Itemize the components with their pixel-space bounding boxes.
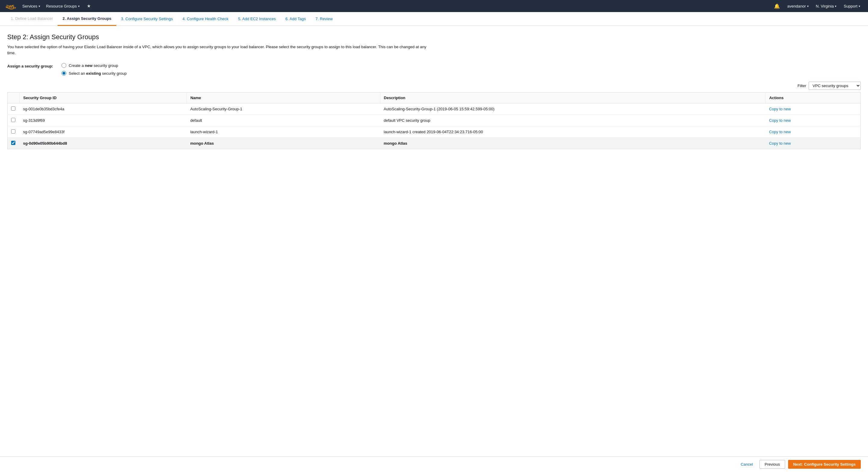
support-chevron-icon: ▾ — [859, 4, 860, 8]
row4-copy-button[interactable]: Copy to new — [769, 141, 791, 146]
cancel-button[interactable]: Cancel — [737, 460, 756, 468]
row1-checkbox-cell[interactable] — [7, 103, 20, 115]
row1-id: sg-001de0b35bd3cfe4a — [20, 103, 187, 115]
assign-security-group-form: Assign a security group: Create a new se… — [7, 63, 861, 76]
row3-id: sg-07749ad5e99e8433f — [20, 126, 187, 138]
row2-copy-button[interactable]: Copy to new — [769, 118, 791, 123]
tab-configure-health-check[interactable]: 4. Configure Health Check — [178, 12, 233, 26]
col-description: Description — [380, 93, 766, 103]
main-content: Step 2: Assign Security Groups You have … — [0, 26, 868, 472]
user-chevron-icon: ▾ — [807, 4, 809, 8]
nav-right: 🔔 avendanor ▾ N. Virginia ▾ Support ▾ — [771, 0, 863, 12]
col-actions: Actions — [766, 93, 861, 103]
user-menu[interactable]: avendanor ▾ — [784, 0, 811, 12]
aws-logo — [5, 2, 17, 10]
services-chevron-icon: ▾ — [38, 4, 40, 8]
row3-copy-button[interactable]: Copy to new — [769, 130, 791, 134]
row2-action[interactable]: Copy to new — [766, 115, 861, 126]
row3-description: launch-wizard-1 created 2019-06-04T22:34… — [380, 126, 766, 138]
tab-add-tags[interactable]: 6. Add Tags — [281, 12, 311, 26]
row1-description: AutoScaling-Security-Group-1 (2019-06-05… — [380, 103, 766, 115]
bookmarks-nav[interactable]: ★ — [83, 0, 94, 12]
select-existing-radio-item[interactable]: Select an existing security group — [61, 71, 127, 76]
table-row: sg-313d9f69 default default VPC security… — [7, 115, 861, 126]
row2-checkbox[interactable] — [11, 118, 16, 122]
support-menu[interactable]: Support ▾ — [841, 0, 863, 12]
filter-row: Filter VPC security groups — [7, 82, 861, 90]
row4-name: mongo Atlas — [187, 138, 380, 149]
top-nav: Services ▾ Resource Groups ▾ ★ 🔔 avendan… — [0, 0, 868, 12]
region-menu[interactable]: N. Virginia ▾ — [813, 0, 840, 12]
resource-groups-nav[interactable]: Resource Groups ▾ — [43, 0, 83, 12]
col-id: Security Group ID — [20, 93, 187, 103]
row2-id: sg-313d9f69 — [20, 115, 187, 126]
row3-action[interactable]: Copy to new — [766, 126, 861, 138]
tab-assign-security-groups[interactable]: 2. Assign Security Groups — [58, 12, 116, 26]
row1-copy-button[interactable]: Copy to new — [769, 107, 791, 111]
tab-add-ec2-instances[interactable]: 5. Add EC2 Instances — [233, 12, 281, 26]
footer-bar: Cancel Previous Next: Configure Security… — [0, 456, 868, 472]
filter-label: Filter — [798, 84, 806, 88]
table-row: sg-001de0b35bd3cfe4a AutoScaling-Securit… — [7, 103, 861, 115]
tab-define-load-balancer[interactable]: 1. Define Load Balancer — [6, 12, 58, 26]
row4-action[interactable]: Copy to new — [766, 138, 861, 149]
row2-checkbox-cell[interactable] — [7, 115, 20, 126]
col-name: Name — [187, 93, 380, 103]
row2-name: default — [187, 115, 380, 126]
row4-description: mongo Atlas — [380, 138, 766, 149]
region-chevron-icon: ▾ — [835, 4, 836, 8]
select-existing-radio[interactable] — [61, 71, 66, 76]
row3-name: launch-wizard-1 — [187, 126, 380, 138]
security-groups-table: Security Group ID Name Description Actio… — [7, 92, 861, 149]
tab-review[interactable]: 7. Review — [311, 12, 338, 26]
star-icon: ★ — [87, 3, 91, 9]
page-title: Step 2: Assign Security Groups — [7, 33, 861, 41]
assign-label: Assign a security group: — [7, 63, 61, 68]
table-row: sg-07749ad5e99e8433f launch-wizard-1 lau… — [7, 126, 861, 138]
wizard-tabs: 1. Define Load Balancer 2. Assign Securi… — [0, 12, 868, 26]
row1-action[interactable]: Copy to new — [766, 103, 861, 115]
row1-name: AutoScaling-Security-Group-1 — [187, 103, 380, 115]
create-new-radio[interactable] — [61, 63, 66, 68]
next-button[interactable]: Next: Configure Security Settings — [788, 460, 861, 469]
row3-checkbox-cell[interactable] — [7, 126, 20, 138]
col-checkbox — [7, 93, 20, 103]
create-new-radio-item[interactable]: Create a new security group — [61, 63, 127, 68]
page-description: You have selected the option of having y… — [7, 44, 429, 56]
filter-select[interactable]: VPC security groups — [809, 82, 861, 90]
previous-button[interactable]: Previous — [760, 460, 785, 469]
row4-id: sg-0d90e05b90b644bd8 — [20, 138, 187, 149]
table-row-selected: sg-0d90e05b90b644bd8 mongo Atlas mongo A… — [7, 138, 861, 149]
row3-checkbox[interactable] — [11, 129, 16, 133]
table-header: Security Group ID Name Description Actio… — [7, 93, 861, 103]
table-body: sg-001de0b35bd3cfe4a AutoScaling-Securit… — [7, 103, 861, 149]
services-nav[interactable]: Services ▾ — [19, 0, 43, 12]
row2-description: default VPC security group — [380, 115, 766, 126]
row4-checkbox-cell[interactable] — [7, 138, 20, 149]
security-group-radio-group: Create a new security group Select an ex… — [61, 63, 127, 76]
row4-checkbox[interactable] — [11, 141, 16, 145]
row1-checkbox[interactable] — [11, 106, 16, 111]
tab-configure-security-settings[interactable]: 3. Configure Security Settings — [116, 12, 178, 26]
bell-icon[interactable]: 🔔 — [771, 0, 783, 12]
resource-groups-chevron-icon: ▾ — [78, 4, 80, 8]
